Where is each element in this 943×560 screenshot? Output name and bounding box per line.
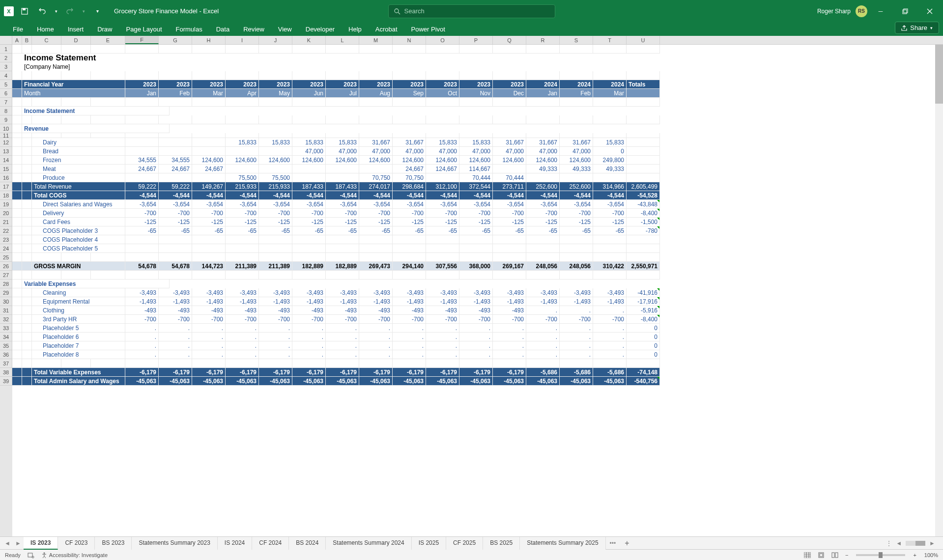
cell-meat-8[interactable]: 24,667 xyxy=(393,165,426,173)
cell-meat-7[interactable] xyxy=(359,165,393,173)
cell-dairy-total[interactable] xyxy=(627,138,660,147)
cell-empty[interactable] xyxy=(493,359,526,368)
cell-ph7-12[interactable]: . xyxy=(526,341,560,350)
cell-bread-13[interactable]: 47,000 xyxy=(560,147,593,156)
cell-empty[interactable] xyxy=(159,45,192,54)
cell-dairy-5[interactable]: 15,833 xyxy=(292,138,326,147)
col-header-K[interactable]: K xyxy=(292,36,326,44)
cell-empty[interactable] xyxy=(493,71,526,80)
cell-cogs4-10[interactable] xyxy=(459,235,493,244)
row-header-29[interactable]: 29 xyxy=(0,288,12,297)
cell-frozen-13[interactable]: 124,600 xyxy=(560,156,593,165)
sheet-tab-bs-2025[interactable]: BS 2025 xyxy=(483,537,520,550)
cell-empty[interactable] xyxy=(560,133,593,138)
cell-ph8-9[interactable]: . xyxy=(426,350,459,359)
cell-meat-1[interactable]: 24,667 xyxy=(159,165,192,173)
cell-hr3-total[interactable]: -8,400 xyxy=(627,315,660,324)
cell-hr3-2[interactable]: -700 xyxy=(192,315,226,324)
row-header-27[interactable]: 27 xyxy=(0,271,12,280)
cell-equipment-8[interactable]: -1,493 xyxy=(393,297,426,306)
cell-total_var-8[interactable]: -6,179 xyxy=(393,368,426,377)
cell-ph8-2[interactable]: . xyxy=(192,350,226,359)
cell-empty[interactable] xyxy=(359,98,393,107)
cell-empty[interactable] xyxy=(22,271,32,280)
cell-ph7-14[interactable]: . xyxy=(593,341,627,350)
cell-cogs4-7[interactable] xyxy=(359,235,393,244)
cell-salaries-7[interactable]: -3,654 xyxy=(359,200,393,209)
cell-empty[interactable] xyxy=(159,271,192,280)
cell-cogs4-total[interactable] xyxy=(627,235,660,244)
cell-empty[interactable] xyxy=(359,359,393,368)
cell-empty[interactable] xyxy=(560,71,593,80)
ribbon-tab-power-pivot[interactable]: Power Pivot xyxy=(404,23,452,36)
ribbon-tab-acrobat[interactable]: Acrobat xyxy=(369,23,404,36)
cell-ph5-12[interactable]: . xyxy=(526,324,560,333)
cell-cardfees-3[interactable]: -125 xyxy=(226,218,259,226)
cell-cogs5-2[interactable] xyxy=(192,244,226,253)
row-header-35[interactable]: 35 xyxy=(0,341,12,350)
cell-ph5-10[interactable]: . xyxy=(459,324,493,333)
cell-empty[interactable] xyxy=(61,71,91,80)
cell-empty[interactable] xyxy=(393,133,426,138)
cell-empty[interactable] xyxy=(593,359,627,368)
share-button[interactable]: Share ▾ xyxy=(895,22,939,34)
cell-cardfees-7[interactable]: -125 xyxy=(359,218,393,226)
cell-ph7-13[interactable]: . xyxy=(560,341,593,350)
cell-salaries-2[interactable]: -3,654 xyxy=(192,200,226,209)
cell-salaries-5[interactable]: -3,654 xyxy=(292,200,326,209)
cell-cardfees-5[interactable]: -125 xyxy=(292,218,326,226)
cell-bread-5[interactable]: 47,000 xyxy=(292,147,326,156)
cell-empty[interactable] xyxy=(192,133,226,138)
cell-total_admin-14[interactable]: -45,063 xyxy=(593,377,627,386)
ribbon-tab-page-layout[interactable]: Page Layout xyxy=(119,23,169,36)
cell-produce-13[interactable] xyxy=(560,173,593,182)
row-label-total_admin[interactable]: Total Admin Salary and Wages xyxy=(32,377,125,386)
cell-empty[interactable] xyxy=(192,71,226,80)
cell[interactable] xyxy=(22,368,32,377)
close-button[interactable] xyxy=(918,0,941,22)
cell-gross-14[interactable]: 310,422 xyxy=(593,262,627,271)
cell-empty[interactable] xyxy=(159,98,192,107)
cell-empty[interactable] xyxy=(32,98,61,107)
cell-empty[interactable] xyxy=(426,253,459,262)
cell-empty[interactable] xyxy=(459,115,493,124)
cell[interactable] xyxy=(12,218,22,226)
cell-produce-11[interactable]: 70,444 xyxy=(493,173,526,182)
cell-cogs4-11[interactable] xyxy=(493,235,526,244)
cell-ph6-6[interactable]: . xyxy=(326,333,359,341)
cell-hr3-9[interactable]: -700 xyxy=(426,315,459,324)
row-label-cardfees[interactable]: Card Fees xyxy=(32,218,125,226)
col-header-F[interactable]: F xyxy=(125,36,159,44)
cell-ph6-1[interactable]: . xyxy=(159,333,192,341)
cell[interactable] xyxy=(22,200,32,209)
cell-empty[interactable] xyxy=(292,71,326,80)
cell[interactable] xyxy=(22,288,32,297)
sheet-tab-cf-2023[interactable]: CF 2023 xyxy=(58,537,95,550)
cell-cogs4-0[interactable] xyxy=(125,235,159,244)
cell-dairy-7[interactable]: 31,667 xyxy=(359,138,393,147)
cell-total_cogs-11[interactable]: -4,544 xyxy=(493,191,526,200)
row-header-12[interactable]: 12 xyxy=(0,138,12,147)
col-header-R[interactable]: R xyxy=(526,36,560,44)
cell-total_cogs-2[interactable]: -4,544 xyxy=(192,191,226,200)
cell-cardfees-10[interactable]: -125 xyxy=(459,218,493,226)
cell-cleaning-7[interactable]: -3,493 xyxy=(359,288,393,297)
cell-empty[interactable] xyxy=(627,98,660,107)
col-header-J[interactable]: J xyxy=(259,36,292,44)
cell-bread-9[interactable]: 47,000 xyxy=(426,147,459,156)
cell-cogs4-5[interactable] xyxy=(292,235,326,244)
row-header-23[interactable]: 23 xyxy=(0,235,12,244)
cell-empty[interactable] xyxy=(259,271,292,280)
row-header-19[interactable]: 19 xyxy=(0,200,12,209)
zoom-level[interactable]: 100% xyxy=(924,552,938,558)
cell-total_cogs-total[interactable]: -54,528 xyxy=(627,191,660,200)
cell[interactable] xyxy=(12,80,22,89)
cell-total_var-6[interactable]: -6,179 xyxy=(326,368,359,377)
cell-ph5-total[interactable]: 0 xyxy=(627,324,660,333)
cell-delivery-6[interactable]: -700 xyxy=(326,209,359,218)
cell-clothing-8[interactable]: -493 xyxy=(393,306,426,315)
cell[interactable] xyxy=(12,147,22,156)
cell-cogs4-8[interactable] xyxy=(393,235,426,244)
cell-total_rev-4[interactable]: 215,933 xyxy=(259,182,292,191)
cell[interactable] xyxy=(12,280,22,288)
